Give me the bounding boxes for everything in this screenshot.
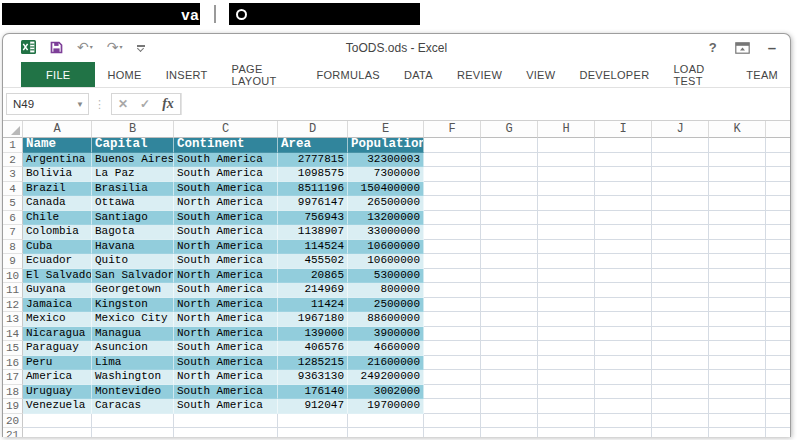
cell-E7[interactable]: 33000000 [348, 225, 424, 240]
cell-B16[interactable]: Lima [92, 356, 174, 371]
row-header-10[interactable]: 10 [3, 269, 23, 284]
cell-E10[interactable]: 5300000 [348, 269, 424, 284]
cell-K8[interactable] [709, 240, 766, 255]
cell-K7[interactable] [709, 225, 766, 240]
cell-A5[interactable]: Canada [23, 196, 92, 211]
cell-H11[interactable] [538, 283, 595, 298]
cell-D21[interactable] [278, 428, 348, 437]
cell-J15[interactable] [652, 341, 709, 356]
cancel-icon[interactable]: ✕ [118, 97, 128, 111]
row-header-11[interactable]: 11 [3, 283, 23, 298]
cell-A6[interactable]: Chile [23, 211, 92, 226]
cell-L12[interactable] [766, 298, 790, 313]
cell-G21[interactable] [481, 428, 538, 437]
cell-I9[interactable] [595, 254, 652, 269]
cell-F9[interactable] [424, 254, 481, 269]
column-header-A[interactable]: A [23, 121, 92, 138]
cell-D12[interactable]: 11424 [278, 298, 348, 313]
cell-L9[interactable] [766, 254, 790, 269]
cell-F4[interactable] [424, 182, 481, 197]
cell-H16[interactable] [538, 356, 595, 371]
cell-C11[interactable]: South America [174, 283, 278, 298]
cell-L21[interactable] [766, 428, 790, 437]
cell-H7[interactable] [538, 225, 595, 240]
cell-K20[interactable] [709, 414, 766, 429]
cell-G16[interactable] [481, 356, 538, 371]
ribbon-display-options-icon[interactable] [735, 42, 750, 54]
row-header-4[interactable]: 4 [3, 182, 23, 197]
cell-B18[interactable]: Montevideo [92, 385, 174, 400]
cell-E16[interactable]: 21600000 [348, 356, 424, 371]
column-header-E[interactable]: E [348, 121, 424, 138]
cell-D11[interactable]: 214969 [278, 283, 348, 298]
cell-J16[interactable] [652, 356, 709, 371]
cell-I12[interactable] [595, 298, 652, 313]
cell-G2[interactable] [481, 153, 538, 168]
cell-L20[interactable] [766, 414, 790, 429]
column-header-K[interactable]: K [709, 121, 766, 138]
name-box[interactable]: N49 ▼ [6, 93, 89, 115]
column-header-C[interactable]: C [174, 121, 278, 138]
cell-G17[interactable] [481, 370, 538, 385]
cell-E17[interactable]: 249200000 [348, 370, 424, 385]
cell-D15[interactable]: 406576 [278, 341, 348, 356]
cell-G7[interactable] [481, 225, 538, 240]
row-header-18[interactable]: 18 [3, 385, 23, 400]
cell-F3[interactable] [424, 167, 481, 182]
row-header-20[interactable]: 20 [3, 414, 23, 429]
cell-E12[interactable]: 2500000 [348, 298, 424, 313]
cell-A16[interactable]: Peru [23, 356, 92, 371]
cell-I15[interactable] [595, 341, 652, 356]
cell-J9[interactable] [652, 254, 709, 269]
cell-D16[interactable]: 1285215 [278, 356, 348, 371]
cell-L8[interactable] [766, 240, 790, 255]
cell-A8[interactable]: Cuba [23, 240, 92, 255]
cell-A4[interactable]: Brazil [23, 182, 92, 197]
cell-G20[interactable] [481, 414, 538, 429]
cell-H4[interactable] [538, 182, 595, 197]
cell-J14[interactable] [652, 327, 709, 342]
cell-J20[interactable] [652, 414, 709, 429]
cell-I10[interactable] [595, 269, 652, 284]
cell-J18[interactable] [652, 385, 709, 400]
cell-B6[interactable]: Santiago [92, 211, 174, 226]
cell-G15[interactable] [481, 341, 538, 356]
row-header-17[interactable]: 17 [3, 370, 23, 385]
cell-F1[interactable] [424, 138, 481, 153]
cell-B9[interactable]: Quito [92, 254, 174, 269]
cell-E20[interactable] [348, 414, 424, 429]
ribbon-tab-data[interactable]: DATA [392, 62, 445, 87]
column-header-B[interactable]: B [92, 121, 174, 138]
cell-C8[interactable]: North America [174, 240, 278, 255]
cell-B4[interactable]: Brasilia [92, 182, 174, 197]
cell-G14[interactable] [481, 327, 538, 342]
cell-A14[interactable]: Nicaragua [23, 327, 92, 342]
cell-J8[interactable] [652, 240, 709, 255]
cell-B17[interactable]: Washington [92, 370, 174, 385]
cell-D18[interactable]: 176140 [278, 385, 348, 400]
cell-L18[interactable] [766, 385, 790, 400]
cell-L16[interactable] [766, 356, 790, 371]
cell-I14[interactable] [595, 327, 652, 342]
row-header-19[interactable]: 19 [3, 399, 23, 414]
cell-D7[interactable]: 1138907 [278, 225, 348, 240]
ribbon-tab-team[interactable]: TEAM [734, 62, 790, 87]
row-header-12[interactable]: 12 [3, 298, 23, 313]
cell-H12[interactable] [538, 298, 595, 313]
cell-C10[interactable]: North America [174, 269, 278, 284]
cell-E8[interactable]: 10600000 [348, 240, 424, 255]
cell-J21[interactable] [652, 428, 709, 437]
row-header-3[interactable]: 3 [3, 167, 23, 182]
cell-I18[interactable] [595, 385, 652, 400]
cell-A10[interactable]: El Salvador [23, 269, 92, 284]
cell-H6[interactable] [538, 211, 595, 226]
cell-C18[interactable]: South America [174, 385, 278, 400]
cell-K16[interactable] [709, 356, 766, 371]
cell-I2[interactable] [595, 153, 652, 168]
cell-I7[interactable] [595, 225, 652, 240]
cell-D3[interactable]: 1098575 [278, 167, 348, 182]
cell-F16[interactable] [424, 356, 481, 371]
cell-C2[interactable]: South America [174, 153, 278, 168]
cell-E9[interactable]: 10600000 [348, 254, 424, 269]
cell-H21[interactable] [538, 428, 595, 437]
